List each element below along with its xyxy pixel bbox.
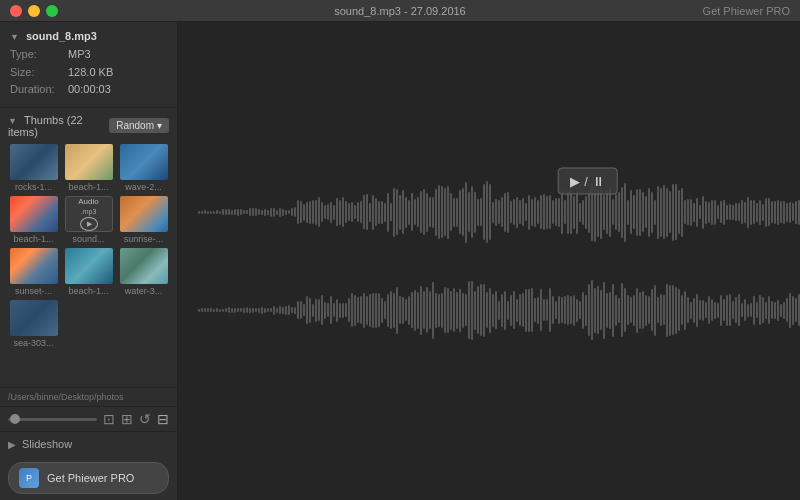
type-row: Type: MP3 — [10, 46, 167, 64]
get-pro-label: Get Phiewer PRO — [47, 472, 134, 484]
list-item[interactable]: beach-1... — [63, 144, 114, 192]
list-item[interactable]: beach-1... — [63, 248, 114, 296]
duration-row: Duration: 00:00:03 — [10, 81, 167, 99]
maximize-button[interactable] — [46, 5, 58, 17]
type-label: Type: — [10, 46, 62, 64]
thumbs-title: ▼ Thumbs (22 items) — [8, 114, 109, 138]
slideshow-section[interactable]: ▶ Slideshow — [0, 431, 177, 456]
file-info: ▼ sound_8.mp3 Type: MP3 Size: 128.0 KB D… — [0, 22, 177, 108]
list-item[interactable]: sunset-... — [8, 248, 59, 296]
pro-icon: P — [19, 468, 39, 488]
grid-icon[interactable]: ⊟ — [157, 411, 169, 427]
duration-value: 00:00:03 — [68, 81, 111, 99]
list-item[interactable]: water-3... — [118, 248, 169, 296]
thumbs-grid: rocks-1... beach-1... wave-2... beach-1.… — [0, 142, 177, 387]
waveform-area: ▶ / ⏸ — [178, 22, 800, 500]
get-pro-button[interactable]: P Get Phiewer PRO — [8, 462, 169, 494]
type-value: MP3 — [68, 46, 91, 64]
slider-thumb — [10, 414, 20, 424]
list-item[interactable]: sea-303... — [8, 300, 59, 348]
size-row: Size: 128.0 KB — [10, 64, 167, 82]
size-value: 128.0 KB — [68, 64, 113, 82]
thumbs-section: ▼ Thumbs (22 items) Random ▾ rocks-1... … — [0, 108, 177, 387]
waveform-bottom — [198, 265, 800, 355]
size-label: Size: — [10, 64, 62, 82]
folder-icon[interactable]: ⊡ — [103, 411, 115, 427]
list-item-selected[interactable]: Audio .mp3 sound... — [63, 196, 114, 244]
file-name: ▼ sound_8.mp3 — [10, 30, 167, 42]
thumbs-header: ▼ Thumbs (22 items) Random ▾ — [0, 108, 177, 142]
get-pro-title: Get Phiewer PRO — [703, 5, 790, 17]
file-path: /Users/binne/Desktop/photos — [0, 388, 177, 406]
list-item[interactable]: beach-1... — [8, 196, 59, 244]
traffic-lights — [10, 5, 58, 17]
waveform-top — [198, 167, 800, 257]
save-icon[interactable]: ⊞ — [121, 411, 133, 427]
play-pause-button[interactable]: ▶ / ⏸ — [557, 168, 618, 195]
play-circle-icon — [80, 217, 98, 231]
title-bar: sound_8.mp3 - 27.09.2016 Get Phiewer PRO — [0, 0, 800, 22]
list-item[interactable]: wave-2... — [118, 144, 169, 192]
play-icon: ▶ — [570, 174, 580, 189]
sidebar: ▼ sound_8.mp3 Type: MP3 Size: 128.0 KB D… — [0, 22, 178, 500]
duration-label: Duration: — [10, 81, 62, 99]
main-layout: ▼ sound_8.mp3 Type: MP3 Size: 128.0 KB D… — [0, 22, 800, 500]
window-title: sound_8.mp3 - 27.09.2016 — [334, 5, 466, 17]
sidebar-toolbar: ⊡ ⊞ ↺ ⊟ — [0, 406, 177, 431]
sidebar-footer: /Users/binne/Desktop/photos ⊡ ⊞ ↺ ⊟ ▶ Sl… — [0, 387, 177, 500]
slideshow-chevron-icon: ▶ — [8, 439, 16, 450]
close-button[interactable] — [10, 5, 22, 17]
waveform-container — [178, 22, 800, 500]
list-item[interactable]: rocks-1... — [8, 144, 59, 192]
zoom-slider[interactable] — [8, 418, 97, 421]
file-name-text: sound_8.mp3 — [26, 30, 97, 42]
list-item[interactable]: sunrise-... — [118, 196, 169, 244]
random-button[interactable]: Random ▾ — [109, 118, 169, 133]
slideshow-label: Slideshow — [22, 438, 72, 450]
minimize-button[interactable] — [28, 5, 40, 17]
refresh-icon[interactable]: ↺ — [139, 411, 151, 427]
audio-thumb: Audio .mp3 — [65, 196, 113, 232]
pause-icon: ⏸ — [592, 174, 605, 189]
